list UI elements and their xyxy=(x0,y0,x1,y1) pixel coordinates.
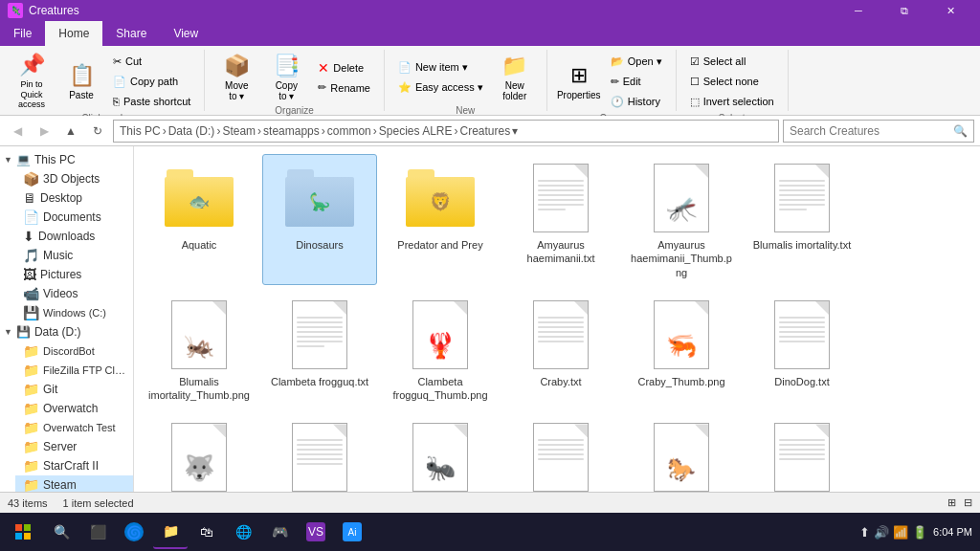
move-to-button[interactable]: 📦 Moveto ▾ xyxy=(212,52,260,103)
delete-button[interactable]: ✕ Delete xyxy=(312,58,376,77)
invert-selection-button[interactable]: ⬚ Invert selection xyxy=(684,92,780,111)
list-item[interactable]: 🦗 Blumalis imortality_Thumb.png xyxy=(142,291,256,408)
list-item[interactable]: 🐺 DinoDog_Thumb.png xyxy=(142,413,256,492)
pin-to-quick-access-button[interactable]: 📌 Pin to Quickaccess xyxy=(8,55,56,107)
app-icon: Ai xyxy=(343,522,362,541)
sidebar-item-windows-c[interactable]: 💾 Windows (C:) xyxy=(15,303,133,322)
doc-icon xyxy=(774,300,830,369)
list-item[interactable]: Craby.txt xyxy=(503,291,618,408)
view-large-icon[interactable]: ⊟ xyxy=(964,496,972,509)
list-item[interactable]: 🦞 Clambeta frogguq_Thumb.png xyxy=(383,291,498,408)
path-species[interactable]: Species ALRE xyxy=(379,124,453,138)
sidebar-item-downloads[interactable]: ⬇ Downloads xyxy=(15,227,133,246)
taskbar-app-button[interactable]: Ai xyxy=(335,515,369,549)
sidebar-item-documents[interactable]: 📄 Documents xyxy=(15,208,133,227)
list-item[interactable]: 🐟 Aquatic xyxy=(142,154,256,285)
sidebar-item-server[interactable]: 📁 Server xyxy=(15,437,133,456)
path-steamapps[interactable]: steamapps xyxy=(263,124,320,138)
paste-shortcut-button[interactable]: ⎘ Paste shortcut xyxy=(107,92,196,111)
view-details-icon[interactable]: ⊞ xyxy=(947,496,956,509)
sidebar-item-discordbot[interactable]: 📁 DiscordBot xyxy=(15,342,133,361)
new-label: New xyxy=(456,105,475,116)
file-name: Predator and Prey xyxy=(397,238,482,252)
taskbar-search-button[interactable]: 🔍 xyxy=(44,515,78,549)
new-folder-button[interactable]: 📁 Newfolder xyxy=(491,52,539,103)
list-item[interactable]: 🐎 xyxy=(624,413,739,492)
taskbar-file-explorer-button[interactable]: 📁 xyxy=(153,515,188,549)
forward-button[interactable]: ▶ xyxy=(33,120,56,143)
taskbar-edge-button[interactable]: 🌀 xyxy=(117,515,151,549)
sidebar-item-starcraft2[interactable]: 📁 StarCraft II xyxy=(15,456,133,475)
volume-icon[interactable]: 🔊 xyxy=(874,525,889,540)
tab-file[interactable]: File xyxy=(0,21,45,46)
list-item[interactable]: 🦐 Craby_Thumb.png xyxy=(624,291,739,408)
sidebar-item-this-pc[interactable]: ▼ 💻 This PC xyxy=(0,150,133,169)
sidebar-item-music[interactable]: 🎵 Music xyxy=(15,246,133,265)
refresh-button[interactable]: ↻ xyxy=(86,120,109,143)
path-data[interactable]: Data (D:) xyxy=(168,124,215,138)
up-button[interactable]: ▲ xyxy=(59,120,82,143)
sidebar-item-overwatch[interactable]: 📁 Overwatch xyxy=(15,399,133,418)
search-box[interactable]: 🔍 xyxy=(783,120,974,143)
doc-icon xyxy=(533,300,589,369)
rename-button[interactable]: ✏ Rename xyxy=(312,78,376,98)
start-button[interactable] xyxy=(4,513,42,551)
properties-button[interactable]: ⊞ Properties xyxy=(555,55,603,107)
path-this-pc[interactable]: This PC xyxy=(120,124,161,138)
list-item[interactable]: Clambeta frogguq.txt xyxy=(262,291,377,408)
sidebar-item-videos[interactable]: 📹 Videos xyxy=(15,284,133,303)
edit-button[interactable]: ✏ Edit xyxy=(605,72,668,91)
svg-rect-3 xyxy=(24,533,31,540)
sidebar-item-pictures[interactable]: 🖼 Pictures xyxy=(15,265,133,284)
list-item[interactable]: Amyaurus haemimanii.txt xyxy=(503,154,618,285)
cut-button[interactable]: ✂ Cut xyxy=(107,52,196,71)
select-none-button[interactable]: ☐ Select none xyxy=(684,72,780,91)
list-item[interactable]: 🐜 xyxy=(383,413,498,492)
taskbar-store-button[interactable]: 🛍 xyxy=(189,515,224,549)
taskbar-chrome-button[interactable]: 🌐 xyxy=(226,515,260,549)
list-item[interactable]: Blumalis imortality.txt xyxy=(745,154,859,285)
list-item[interactable]: 🦁 Predator and Prey xyxy=(383,154,498,285)
list-item[interactable] xyxy=(745,413,859,492)
history-button[interactable]: 🕐 History xyxy=(605,92,668,111)
taskbar-steam-button[interactable]: 🎮 xyxy=(262,515,297,549)
tab-share[interactable]: Share xyxy=(102,21,160,46)
list-item[interactable]: DinoDog.txt xyxy=(745,291,859,408)
list-item[interactable]: 🦟 Amyaurus haemimanii_Thumb.png xyxy=(624,154,739,285)
close-button[interactable]: ✕ xyxy=(928,0,972,21)
taskbar-taskview-button[interactable]: ⬛ xyxy=(80,515,115,549)
sidebar-item-3d-objects[interactable]: 📦 3D Objects xyxy=(15,169,133,188)
up-arrow-tray-icon[interactable]: ⬆ xyxy=(859,525,870,540)
tab-home[interactable]: Home xyxy=(45,21,102,46)
path-steam[interactable]: Steam xyxy=(222,124,256,138)
sidebar-item-desktop[interactable]: 🖥 Desktop xyxy=(15,188,133,208)
clock[interactable]: 6:04 PM xyxy=(933,526,972,538)
sidebar-item-overwatch-test[interactable]: 📁 Overwatch Test xyxy=(15,418,133,437)
ribbon-content: 📌 Pin to Quickaccess 📋 Paste ✂ Cut 📄 Cop… xyxy=(0,46,980,115)
list-item[interactable] xyxy=(503,413,618,492)
new-item-button[interactable]: 📄 New item ▾ xyxy=(392,58,489,77)
maximize-button[interactable]: ⧉ xyxy=(882,0,926,21)
copy-button[interactable]: 📄 Copy path xyxy=(107,72,196,91)
sidebar-item-data-d[interactable]: ▼ 💾 Data (D:) xyxy=(0,322,133,342)
minimize-button[interactable]: ─ xyxy=(836,0,880,21)
tab-view[interactable]: View xyxy=(160,21,212,46)
search-input[interactable] xyxy=(790,124,953,138)
copy-to-button[interactable]: 📑 Copyto ▾ xyxy=(262,52,310,103)
back-button[interactable]: ◀ xyxy=(6,120,29,143)
taskbar-vs-button[interactable]: VS xyxy=(299,515,333,549)
battery-icon[interactable]: 🔋 xyxy=(912,525,927,540)
path-common[interactable]: common xyxy=(327,124,371,138)
sidebar-item-git[interactable]: 📁 Git xyxy=(15,380,133,399)
address-path[interactable]: This PC › Data (D:) › Steam › steamapps … xyxy=(113,120,779,143)
path-creatures[interactable]: Creatures xyxy=(460,124,511,138)
list-item[interactable]: Haemia armenitasmanjae.txt xyxy=(262,413,377,492)
select-all-button[interactable]: ☑ Select all xyxy=(684,52,780,71)
easy-access-button[interactable]: ⭐ Easy access ▾ xyxy=(392,78,489,98)
sidebar-item-steam[interactable]: 📁 Steam xyxy=(15,475,133,492)
sidebar-item-filezilla[interactable]: 📁 FileZilla FTP Cli... xyxy=(15,361,133,380)
paste-button[interactable]: 📋 Paste xyxy=(57,55,105,107)
list-item[interactable]: 🦕 Dinosaurs xyxy=(262,154,377,285)
open-button[interactable]: 📂 Open ▾ xyxy=(605,52,668,71)
network-tray-icon[interactable]: 📶 xyxy=(893,525,908,540)
